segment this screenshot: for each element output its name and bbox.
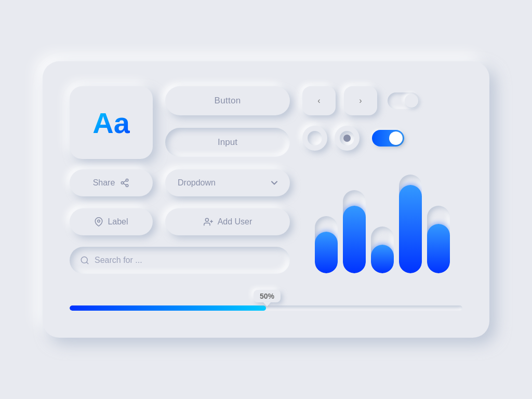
radio-group <box>302 126 360 151</box>
input-field[interactable]: Input <box>165 128 290 157</box>
toggle-knob-off <box>405 94 418 108</box>
primary-button-label: Button <box>215 96 241 106</box>
prev-button[interactable]: ‹ <box>302 86 336 115</box>
bar-1-wrap <box>315 216 338 273</box>
bar-1-track <box>315 216 338 273</box>
toggle-off[interactable] <box>388 92 420 109</box>
input-label: Input <box>218 137 237 148</box>
primary-button[interactable]: Button <box>165 86 290 115</box>
bar-5-fill <box>427 224 450 273</box>
bar-chart <box>302 169 462 275</box>
svg-point-6 <box>205 218 208 221</box>
bar-3-fill <box>371 245 394 273</box>
radio-dot <box>343 135 351 142</box>
search-placeholder: Search for ... <box>95 256 142 265</box>
add-user-button[interactable]: Add User <box>165 208 290 235</box>
progress-tooltip: 50% <box>254 290 281 302</box>
svg-line-3 <box>124 183 126 185</box>
font-logo: Aa <box>70 86 153 159</box>
search-icon <box>80 256 89 265</box>
label-button-text: Label <box>108 217 128 227</box>
progress-value: 50% <box>260 292 274 300</box>
bar-2-track <box>343 190 366 273</box>
add-user-icon <box>203 217 214 227</box>
bar-5-wrap <box>427 206 450 273</box>
dropdown-label: Dropdown <box>178 178 216 188</box>
main-card: Aa Button Input ‹ › <box>43 61 489 338</box>
controls-row-1: ‹ › <box>302 86 462 115</box>
controls-column: ‹ › <box>302 86 462 159</box>
svg-line-4 <box>124 181 126 182</box>
radio-inner-empty <box>308 131 322 145</box>
bar-2-wrap <box>343 190 366 273</box>
bar-4-fill <box>399 185 422 273</box>
bar-3-wrap <box>371 227 394 273</box>
label-button[interactable]: Label <box>70 208 153 235</box>
chevron-right-icon: › <box>359 96 362 105</box>
bar-4-wrap <box>399 175 422 273</box>
radio-unselected[interactable] <box>302 126 327 151</box>
bar-3-track <box>371 227 394 273</box>
share-icon <box>120 178 129 188</box>
toggle-group <box>388 92 420 109</box>
bar-1-fill <box>315 232 338 273</box>
controls-row-2 <box>302 126 462 151</box>
chevron-down-icon <box>269 178 280 188</box>
progress-fill <box>70 305 266 311</box>
toggle-knob-on <box>389 131 403 145</box>
svg-line-10 <box>86 262 88 264</box>
search-bar[interactable]: Search for ... <box>70 247 290 274</box>
add-user-label: Add User <box>218 217 252 227</box>
radio-selected[interactable] <box>335 126 360 151</box>
toggle-on[interactable] <box>372 130 404 147</box>
component-grid: Aa Button Input ‹ › <box>70 86 462 275</box>
chevron-left-icon: ‹ <box>317 96 320 105</box>
radio-inner-filled <box>340 131 354 145</box>
progress-section: 50% <box>70 290 462 311</box>
share-label: Share <box>93 178 115 188</box>
bar-4-track <box>399 175 422 273</box>
share-button[interactable]: Share <box>70 169 153 196</box>
font-logo-text: Aa <box>92 106 130 140</box>
location-icon <box>94 217 103 227</box>
bar-5-track <box>427 206 450 273</box>
svg-point-5 <box>98 220 100 222</box>
bar-2-fill <box>343 206 366 273</box>
dropdown-button[interactable]: Dropdown <box>165 169 290 196</box>
next-button[interactable]: › <box>344 86 377 115</box>
